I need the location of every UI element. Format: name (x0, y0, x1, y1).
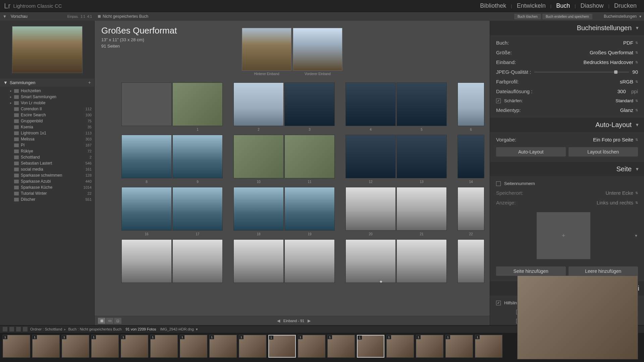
filmstrip-thumb[interactable]: 1 (150, 335, 178, 358)
module-library[interactable]: Bibliothek (477, 1, 509, 11)
save-book-button[interactable]: Buch erstellen und speichern (542, 14, 592, 19)
book-page[interactable] (345, 187, 396, 231)
layout-picker-button[interactable]: ▼ (634, 234, 638, 238)
filmstrip-view-icon[interactable] (3, 327, 7, 331)
color-profile-dropdown[interactable]: sRGB⇅ (620, 79, 638, 84)
filmstrip-thumb[interactable]: 1 (327, 335, 355, 358)
filmstrip-thumb[interactable]: 1 (239, 335, 266, 358)
collection-item[interactable]: Rükiye72 (0, 148, 94, 154)
zoom-1-1[interactable]: 1:1 (80, 15, 85, 18)
autolayout-section-header[interactable]: Auto-Layout▼ (490, 118, 644, 132)
module-develop[interactable]: Entwickeln (514, 1, 549, 11)
filmstrip-thumb[interactable]: 1 (475, 335, 502, 358)
next-page-button[interactable]: ▶ (308, 318, 311, 323)
book-page[interactable] (345, 239, 396, 283)
book-page[interactable] (172, 135, 223, 178)
collection-item[interactable]: Lightroom 1x1113 (0, 130, 94, 136)
filmstrip-survey-icon[interactable] (23, 327, 28, 331)
book-page[interactable] (233, 82, 284, 126)
view-single-button[interactable]: ◻ (114, 318, 121, 324)
book-page[interactable] (458, 239, 484, 283)
collection-item[interactable]: Tutorial Winter22 (0, 190, 94, 196)
filmstrip-thumb[interactable]: 1 (62, 335, 89, 358)
filmstrip-compare-icon[interactable] (16, 327, 21, 331)
filmstrip-thumb[interactable]: 1 (298, 335, 325, 358)
collection-item[interactable]: ▸Smart Sammlungen (0, 94, 94, 100)
book-page[interactable] (172, 187, 223, 231)
book-page[interactable] (233, 187, 284, 231)
filmstrip-thumb[interactable]: 1 (268, 335, 296, 358)
book-page[interactable] (121, 239, 172, 283)
add-blank-button[interactable]: Leere hinzufügen (569, 266, 638, 276)
book-page[interactable] (396, 135, 447, 178)
size-dropdown[interactable]: Großes Querformat⇅ (590, 50, 638, 55)
book-page[interactable] (121, 135, 172, 178)
cover-dropdown[interactable]: Bedrucktes Hardcover⇅ (584, 59, 638, 65)
collection-item[interactable]: Melissa303 (0, 136, 94, 142)
module-print[interactable]: Drucken (611, 1, 640, 11)
book-page[interactable] (233, 135, 284, 178)
filmstrip-thumb[interactable]: 1 (357, 335, 384, 358)
add-collection-button[interactable]: + (88, 80, 91, 85)
book-page[interactable] (233, 239, 284, 283)
book-type-dropdown[interactable]: PDF⇅ (623, 40, 638, 46)
filmstrip-thumb[interactable]: 1 (3, 335, 30, 358)
book-page[interactable] (121, 187, 172, 231)
preview-collapse-icon[interactable]: ▼ (3, 14, 7, 19)
module-slideshow[interactable]: Diashow (577, 1, 607, 11)
collection-item[interactable]: Sebastian Lastert546 (0, 160, 94, 166)
book-page[interactable] (396, 239, 447, 283)
view-grid-button[interactable]: ▦ (98, 318, 105, 324)
media-type-dropdown[interactable]: Glanz⇅ (620, 107, 638, 113)
show-guides-checkbox[interactable]: ✓ (496, 301, 501, 305)
collection-item[interactable]: Dilscher551 (0, 196, 94, 202)
book-page[interactable] (172, 239, 223, 283)
autolayout-clear-button[interactable]: Layout löschen (569, 147, 638, 157)
collection-item[interactable]: Corendon II112 (0, 106, 94, 112)
collection-item[interactable]: Schottland2 (0, 154, 94, 160)
add-page-button[interactable]: Seite hinzufügen (496, 266, 566, 276)
book-page[interactable] (121, 82, 172, 126)
chevron-down-icon[interactable]: ▼ (635, 167, 639, 172)
back-cover[interactable] (242, 28, 291, 71)
collection-item[interactable]: Ksenia35 (0, 124, 94, 130)
book-page[interactable] (396, 187, 447, 231)
pages-scroll-area[interactable]: 1 2 3 4 5 6 8 (95, 76, 490, 316)
book-page[interactable] (284, 82, 335, 126)
filmstrip-thumb[interactable]: 1 (386, 335, 414, 358)
collection-item[interactable]: Sparkasse Küche1014 (0, 184, 94, 190)
page-section-header[interactable]: Seite▼ (490, 162, 644, 176)
filmstrip-breadcrumb[interactable]: Ordner : Schottland ▸ Buch : Nicht gespe… (30, 327, 198, 331)
filmstrip-thumb[interactable]: 1 (121, 335, 148, 358)
jpeg-quality-slider[interactable] (534, 72, 629, 72)
book-settings-link[interactable]: Bucheinstellungen (604, 14, 637, 19)
settings-section-header[interactable]: Bucheinstellungen▼ (490, 21, 644, 35)
chevron-down-icon[interactable]: ▼ (635, 25, 639, 31)
collection-item[interactable]: Sparkasse schwimmen128 (0, 172, 94, 178)
clear-book-button[interactable]: Buch löschen (514, 14, 541, 19)
view-spread-button[interactable]: ▭ (106, 318, 113, 324)
collections-collapse-icon[interactable]: ▼ (3, 80, 8, 85)
chevron-down-icon[interactable]: ▾ (639, 14, 641, 19)
filmstrip-thumb[interactable]: 1 (445, 335, 473, 358)
module-book[interactable]: Buch (553, 1, 573, 11)
collections-header[interactable]: ▼ Sammlungen + (0, 78, 94, 86)
collection-item[interactable]: ▸Von Lr mobile (0, 100, 94, 106)
chevron-down-icon[interactable]: ▼ (635, 122, 639, 127)
file-resolution-input[interactable]: 300 ppi (618, 88, 638, 94)
preset-dropdown[interactable]: Ein Foto pro Seite⇅ (593, 137, 638, 142)
filmstrip-thumb[interactable]: 1 (416, 335, 443, 358)
book-page[interactable] (284, 135, 335, 178)
collection-item[interactable]: Sparkasse Azubi440 (0, 178, 94, 184)
autolayout-apply-button[interactable]: Auto-Layout (496, 147, 566, 157)
filmstrip-grid-icon[interactable] (9, 327, 14, 331)
zoom-fit[interactable]: Einpas. (67, 15, 78, 18)
preview-image[interactable] (12, 26, 83, 73)
filmstrip-thumb[interactable]: 1 (32, 335, 60, 358)
page-numbers-checkbox[interactable] (496, 181, 501, 186)
jpeg-quality-value[interactable]: 90 (632, 69, 638, 75)
collection-item[interactable]: Escire Search100 (0, 112, 94, 118)
sharpen-dropdown[interactable]: Standard⇅ (615, 98, 638, 103)
zoom-4-1[interactable]: 4:1 (87, 15, 92, 18)
book-page[interactable] (284, 239, 335, 283)
